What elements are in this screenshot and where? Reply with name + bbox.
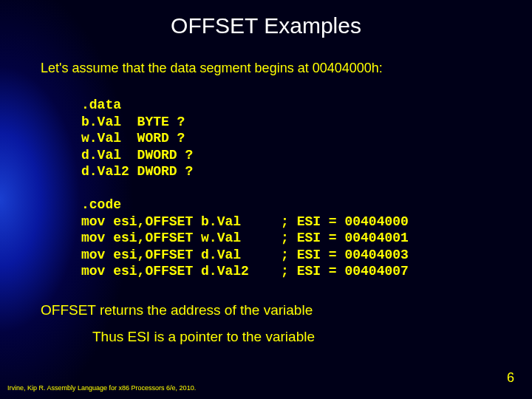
intro-text: Let's assume that the data segment begin… [41, 61, 532, 76]
summary-line-1: OFFSET returns the address of the variab… [41, 302, 532, 318]
summary-line-2: Thus ESI is a pointer to the variable [92, 329, 532, 345]
slide-title: OFFSET Examples [0, 0, 532, 38]
citation-footer: Irvine, Kip R. Assembly Language for x86… [7, 384, 196, 392]
page-number: 6 [507, 370, 514, 386]
code-block: .data b.Val BYTE ? w.Val WORD ? d.Val DW… [81, 97, 532, 280]
